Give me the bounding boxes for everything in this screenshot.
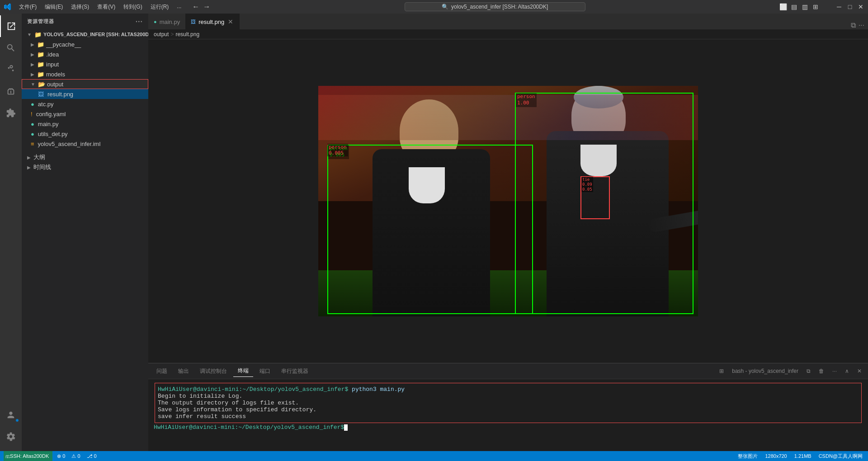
explorer-more-button[interactable]: ···	[136, 18, 143, 26]
editor-area: ● main.py 🖼 result.png ✕ ⧉ ··· output > …	[148, 14, 868, 451]
error-icon: ⊗	[57, 453, 61, 459]
activity-search[interactable]	[0, 37, 22, 59]
terminal-content[interactable]: HwHiAiUser@davinci-mini:~/Desktop/yolov5…	[148, 379, 868, 451]
split-editor-icon[interactable]: ⧉	[851, 21, 856, 29]
activity-settings[interactable]	[0, 426, 22, 447]
py-file-icon: ●	[154, 19, 157, 24]
menu-edit[interactable]: 编辑(E)	[41, 2, 66, 12]
terminal-line-command: HwHiAiUser@davinci-mini:~/Desktop/yolov5…	[158, 386, 859, 393]
tree-item-idea[interactable]: ▶ 📁 .idea	[22, 49, 148, 59]
tab-right-controls: ⧉ ···	[851, 21, 868, 29]
layout-icon1[interactable]: ⬜	[779, 3, 787, 10]
menu-more[interactable]: ...	[173, 2, 185, 12]
activity-debug[interactable]	[0, 80, 22, 102]
status-errors[interactable]: ⊗ 0	[55, 451, 67, 461]
collapsed-arrow: ▶	[31, 62, 34, 67]
tree-item-iml[interactable]: ≡ yolov5_ascend_infer.iml	[22, 139, 148, 149]
status-ssh[interactable]: ⎌ ⎌ SSH: Altas200DK	[4, 451, 52, 461]
image-container: person0.005 person0.005 person1.00 tie0.…	[318, 86, 698, 316]
folder-icon: 📁	[37, 61, 44, 68]
file-explorer: 资源管理器 ··· ▼ 📁 YOLOV5_ASCEND_INFER [SSH: …	[22, 14, 148, 451]
menu-run[interactable]: 运行(R)	[147, 2, 173, 12]
file-icon-py: ●	[31, 121, 34, 127]
status-image-info[interactable]: 整张图片	[736, 451, 760, 461]
img-file-icon: 🖼	[191, 19, 196, 24]
file-icon-py: ●	[31, 131, 34, 137]
panel-tab-debug-console[interactable]: 调试控制台	[195, 366, 231, 377]
tree-item-input[interactable]: ▶ 📁 input	[22, 59, 148, 69]
search-icon: 🔍	[442, 4, 448, 10]
menu-select[interactable]: 选择(S)	[67, 2, 93, 12]
tree-root[interactable]: ▼ 📁 YOLOV5_ASCEND_INFER [SSH: ALTAS200DK…	[22, 29, 148, 39]
folder-icon: 📁	[37, 51, 44, 58]
close-button[interactable]: ✕	[857, 3, 864, 10]
tab-result-png[interactable]: 🖼 result.png ✕	[185, 14, 240, 29]
folder-open-icon: 📂	[38, 81, 45, 88]
breadcrumb-output[interactable]: output	[154, 31, 169, 38]
terminal-layout-btn[interactable]: ⊞	[717, 367, 726, 375]
tree-item-utils-det-py[interactable]: ● utils_det.py	[22, 129, 148, 139]
nav-back-button[interactable]: ←	[192, 3, 199, 10]
panel-tab-terminal[interactable]: 终端	[233, 365, 253, 377]
collapsed-arrow: ▶	[31, 72, 34, 77]
status-git[interactable]: ⎇ 0	[85, 451, 99, 461]
breadcrumb-sep: >	[170, 31, 174, 38]
tree-item-config-yaml[interactable]: ! config.yaml	[22, 109, 148, 119]
tab-close-button[interactable]: ✕	[227, 18, 234, 25]
tree-item-output[interactable]: ▼ 📂 output	[22, 79, 148, 89]
status-dimensions[interactable]: 1280x720	[763, 451, 788, 461]
folder-icon: 📁	[37, 71, 44, 78]
terminal-panel: 问题 输出 调试控制台 终端 端口 串行监视器 ⊞ bash - yolov5_…	[148, 363, 868, 451]
menu-view[interactable]: 查看(V)	[94, 2, 119, 12]
more-actions-icon[interactable]: ···	[859, 21, 864, 29]
collapsed-arrow: ▶	[31, 42, 34, 47]
status-warnings[interactable]: ⚠ 0	[70, 451, 82, 461]
layout-icon2[interactable]: ▤	[790, 3, 797, 10]
panel-tab-problems[interactable]: 问题	[152, 366, 172, 377]
restore-button[interactable]: □	[846, 3, 854, 10]
tab-bar: ● main.py 🖼 result.png ✕ ⧉ ···	[148, 14, 868, 29]
terminal-chevron-up[interactable]: ∧	[842, 367, 852, 375]
activity-account[interactable]	[0, 404, 22, 426]
menu-goto[interactable]: 转到(G)	[120, 2, 146, 12]
terminal-close-btn[interactable]: ✕	[854, 367, 864, 375]
activity-extensions[interactable]	[0, 102, 22, 124]
activity-explorer[interactable]	[0, 15, 22, 37]
minimize-button[interactable]: ─	[835, 3, 843, 10]
image-preview-area: person0.005 person0.005 person1.00 tie0.…	[148, 39, 868, 363]
menu-file[interactable]: 文件(F)	[15, 2, 40, 12]
terminal-line-4: save infer result success	[158, 413, 859, 420]
tree-item-timeline[interactable]: ▶ 时间线	[22, 162, 148, 172]
panel-tab-serial[interactable]: 串行监视器	[277, 366, 313, 377]
activity-scm[interactable]	[0, 59, 22, 80]
tree-item-pycache[interactable]: ▶ 📁 __pycache__	[22, 39, 148, 49]
tree-item-main-py[interactable]: ● main.py	[22, 119, 148, 129]
panel-tab-ports[interactable]: 端口	[255, 366, 275, 377]
tree-item-models[interactable]: ▶ 📁 models	[22, 69, 148, 79]
tree-item-atc-py[interactable]: ● atc.py	[22, 99, 148, 109]
panel-tab-output[interactable]: 输出	[174, 366, 193, 377]
terminal-line-3: Save logs information to specified direc…	[158, 406, 859, 413]
terminal-split-btn[interactable]: ⧉	[804, 367, 813, 375]
tree-item-outline[interactable]: ▶ 大纲	[22, 152, 148, 162]
layout-icon4[interactable]: ⊞	[812, 3, 819, 10]
terminal-output-block: HwHiAiUser@davinci-mini:~/Desktop/yolov5…	[155, 383, 862, 423]
tree-item-result-png[interactable]: 🖼 result.png	[22, 89, 148, 99]
terminal-name-label: bash - yolov5_ascend_infer	[729, 367, 801, 375]
status-right: 整张图片 1280x720 1.21MB CSDN@工具人啊网	[736, 451, 864, 461]
tab-main-py[interactable]: ● main.py	[148, 14, 185, 29]
status-bar: ⎌ ⎌ SSH: Altas200DK ⊗ 0 ⚠ 0 ⎇ 0 整张图片 128…	[0, 451, 868, 461]
collapsed-arrow: ▶	[31, 52, 34, 57]
terminal-final-prompt: HwHiAiUser@davinci-mini:~/Desktop/yolov5…	[154, 424, 863, 431]
terminal-line-2: The output directory of logs file exist.	[158, 400, 859, 406]
layout-icon3[interactable]: ▥	[801, 3, 808, 10]
file-icon-yaml: !	[31, 111, 33, 118]
git-icon: ⎇	[87, 453, 93, 459]
status-filesize[interactable]: 1.21MB	[793, 451, 813, 461]
breadcrumb-file[interactable]: result.png	[175, 31, 199, 38]
global-search-bar[interactable]: 🔍 yolov5_ascend_infer [SSH: Altas200DK]	[405, 2, 585, 11]
terminal-more-btn[interactable]: ···	[830, 367, 840, 375]
terminal-delete-btn[interactable]: 🗑	[816, 367, 827, 375]
expand-arrow: ▼	[27, 32, 32, 37]
nav-forward-button[interactable]: →	[203, 3, 210, 10]
